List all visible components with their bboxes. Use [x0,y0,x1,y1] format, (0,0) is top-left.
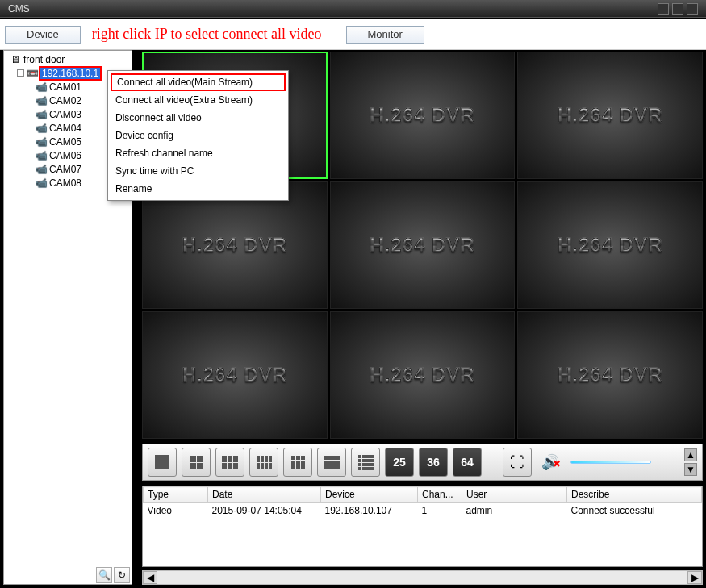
camera-icon: 📹 [35,81,48,93]
toolbar-top: Device right click IP to select connect … [0,18,706,50]
cam-label: CAM02 [49,95,81,106]
col-date[interactable]: Date [208,487,321,503]
menu-connect-main[interactable]: Connect all video(Main Stream) [111,73,286,91]
cell-describe: Connect successful [567,503,702,519]
col-type[interactable]: Type [144,487,208,503]
log-row[interactable]: Video 2015-09-07 14:05:04 192.168.10.107… [144,503,702,519]
cell-device: 192.168.10.107 [321,503,418,519]
cam-label: CAM05 [49,136,81,148]
layout-25-button[interactable]: 25 [385,448,414,477]
cell-type: Video [144,503,208,519]
collapse-icon[interactable]: - [17,69,24,77]
speaker-mute-icon: 🔊✖ [541,453,561,471]
layout-6-button[interactable] [215,448,244,477]
close-button[interactable] [687,3,698,15]
col-chan[interactable]: Chan... [418,487,462,503]
scroll-track[interactable]: ··· [157,573,687,582]
fullscreen-icon: ⛶ [510,454,524,471]
menu-connect-extra[interactable]: Connect all video(Extra Stream) [111,91,286,109]
monitor-icon: 🖥 [9,54,22,65]
layout-1-button[interactable] [148,448,177,477]
menu-refresh-channel[interactable]: Refresh channel name [111,144,286,162]
placeholder-text: H.264 DVR [558,364,662,386]
menu-rename[interactable]: Rename [111,180,286,198]
menu-disconnect[interactable]: Disconnect all video [111,109,286,127]
layout-9-button[interactable] [283,448,312,477]
col-device[interactable]: Device [321,487,418,503]
cam-label: CAM03 [49,109,81,120]
col-user[interactable]: User [462,487,567,503]
placeholder-text: H.264 DVR [370,234,474,256]
video-cell[interactable]: H.264 DVR [517,181,703,309]
placeholder-text: H.264 DVR [558,234,662,256]
tree-ip-label: 192.168.10.1 [40,68,100,79]
tree-root[interactable]: 🖥 front door [6,52,132,66]
video-cell[interactable]: H.264 DVR [142,311,328,439]
log-panel: Type Date Device Chan... User Describe V… [142,486,703,567]
device-icon: 📼 [26,68,39,79]
horizontal-scrollbar[interactable]: ◀ ··· ▶ [142,570,703,585]
chevron-left-icon: ◀ [147,572,154,583]
cell-chan: 1 [418,503,462,519]
placeholder-text: H.264 DVR [182,234,287,256]
layout-toolbar: 25 36 64 ⛶ 🔊✖ ▲ ▼ [142,444,703,481]
video-cell[interactable]: H.264 DVR [517,52,703,179]
page-down-button[interactable]: ▼ [684,463,697,476]
maximize-button[interactable] [672,3,683,15]
menu-sync-time[interactable]: Sync time with PC [111,162,286,180]
placeholder-text: H.264 DVR [182,364,287,386]
cell-date: 2015-09-07 14:05:04 [208,503,321,519]
layout-13-button[interactable] [317,448,346,477]
layout-64-button[interactable]: 64 [453,448,482,477]
video-cell[interactable]: H.264 DVR [330,311,516,439]
cell-user: admin [462,503,567,519]
video-cell[interactable]: H.264 DVR [517,311,703,439]
fullscreen-button[interactable]: ⛶ [503,448,532,477]
annotation-text: right click IP to select connect all vid… [92,26,322,43]
refresh-icon: ↻ [118,569,126,581]
tab-monitor[interactable]: Monitor [346,26,424,44]
context-menu: Connect all video(Main Stream) Connect a… [107,70,289,201]
search-button[interactable]: 🔍 [96,567,112,583]
log-table: Type Date Device Chan... User Describe V… [143,486,702,519]
chevron-down-icon: ▼ [686,464,696,475]
chevron-right-icon: ▶ [691,572,699,583]
minimize-button[interactable] [658,3,669,15]
device-sidebar: 🖥 front door - 📼 192.168.10.1 📹CAM01 📹CA… [3,50,132,585]
page-up-button[interactable]: ▲ [684,448,697,461]
placeholder-text: H.264 DVR [370,104,474,127]
placeholder-text: H.264 DVR [558,104,662,127]
mute-button[interactable]: 🔊✖ [537,448,566,477]
camera-icon: 📹 [35,95,48,106]
camera-icon: 📹 [35,177,48,189]
window-title: CMS [8,3,654,15]
cam-label: CAM04 [49,123,81,134]
refresh-button[interactable]: ↻ [114,567,130,583]
chevron-up-icon: ▲ [686,449,696,461]
camera-icon: 📹 [35,123,48,134]
cam-label: CAM06 [49,150,81,161]
col-describe[interactable]: Describe [567,487,702,503]
cam-label: CAM01 [49,81,81,93]
tree-root-label: front door [23,54,65,65]
tab-device[interactable]: Device [5,26,81,44]
scroll-left-button[interactable]: ◀ [143,571,157,584]
cam-label: CAM08 [49,177,81,189]
menu-device-config[interactable]: Device config [111,127,286,144]
search-icon: 🔍 [98,569,111,581]
window-titlebar: CMS [0,0,706,18]
camera-icon: 📹 [35,136,48,148]
scroll-right-button[interactable]: ▶ [687,571,702,584]
video-cell[interactable]: H.264 DVR [330,52,516,179]
layout-8-button[interactable] [249,448,278,477]
layout-16-button[interactable] [351,448,380,477]
camera-icon: 📹 [35,164,48,175]
volume-slider[interactable] [570,461,651,464]
sidebar-search: 🔍 ↻ [4,565,132,584]
layout-4-button[interactable] [182,448,211,477]
video-cell[interactable]: H.264 DVR [330,181,516,309]
cam-label: CAM07 [49,164,81,175]
camera-icon: 📹 [35,109,48,120]
layout-36-button[interactable]: 36 [419,448,448,477]
camera-icon: 📹 [35,150,48,161]
